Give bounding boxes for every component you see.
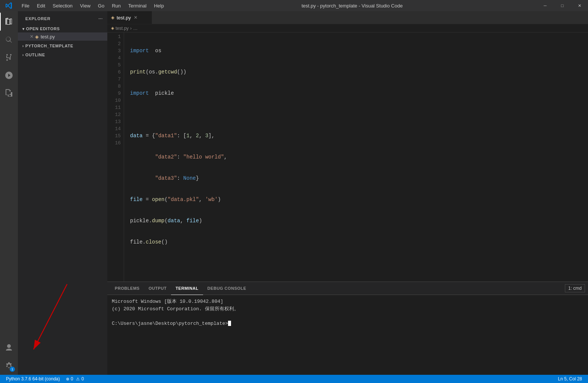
editor-area: ◈ test.py ✕ ◈ test.py › … 1 2 3 4 5 6 7 …: [107, 11, 588, 375]
panel-tabs: PROBLEMS OUTPUT TERMINAL DEBUG CONSOLE 1…: [107, 282, 588, 295]
status-bar: Python 3.7.6 64-bit (conda) ⊗ 0 ⚠ 0 Ln 5…: [0, 375, 588, 383]
status-python-version[interactable]: Python 3.7.6 64-bit (conda): [3, 375, 63, 383]
account-activity-icon[interactable]: [0, 339, 18, 357]
menu-help[interactable]: Help: [150, 0, 168, 11]
code-line-1: import os: [130, 47, 588, 54]
code-line-10: file.close(): [130, 239, 588, 246]
close-button[interactable]: ✕: [571, 0, 588, 11]
line-num-5: 5: [110, 62, 121, 69]
tab-file-icon: ◈: [111, 15, 114, 20]
maximize-button[interactable]: □: [554, 0, 571, 11]
breadcrumb-file-icon: ◈: [111, 26, 114, 31]
terminal-line-2: (c) 2020 Microsoft Corporation. 保留所有权利。: [112, 305, 584, 313]
warning-count: 0: [81, 376, 84, 382]
line-num-16: 16: [110, 139, 121, 147]
window-controls: ─ □ ✕: [537, 0, 588, 11]
status-position[interactable]: Ln 5, Col 28: [555, 375, 585, 383]
line-num-1: 1: [110, 33, 121, 40]
open-editors-chevron: ▾: [22, 27, 25, 31]
breadcrumb-sep: ›: [130, 26, 132, 31]
status-errors[interactable]: ⊗ 0 ⚠ 0: [63, 375, 87, 383]
menu-selection[interactable]: Selection: [49, 0, 76, 11]
sidebar-more-button[interactable]: ···: [98, 16, 103, 21]
python-version-label: Python 3.7.6 64-bit (conda): [6, 376, 60, 382]
line-num-4: 4: [110, 54, 121, 62]
error-icon: ⊗: [66, 377, 69, 382]
code-line-6: "data2": "hello world",: [130, 154, 588, 161]
line-num-14: 14: [110, 125, 121, 132]
source-control-activity-icon[interactable]: [0, 48, 18, 66]
file-icon: ◈: [35, 34, 39, 40]
sidebar-title: EXPLORER: [25, 16, 51, 21]
open-editors-label: OPEN EDITORS: [26, 26, 60, 31]
panel-area: PROBLEMS OUTPUT TERMINAL DEBUG CONSOLE 1…: [107, 282, 588, 375]
breadcrumb-more[interactable]: …: [133, 26, 137, 31]
outline-chevron: ›: [22, 53, 24, 57]
tab-bar: ◈ test.py ✕: [107, 11, 588, 24]
extensions-activity-icon[interactable]: [0, 84, 18, 102]
settings-badge: 1: [10, 367, 15, 372]
code-content[interactable]: import os print(os.getcwd()) import pick…: [124, 32, 588, 282]
panel-tab-terminal[interactable]: TERMINAL: [171, 282, 203, 295]
explorer-activity-icon[interactable]: [0, 13, 18, 31]
tab-filename: test.py: [117, 15, 131, 21]
line-num-11: 11: [110, 104, 121, 111]
warning-icon: ⚠: [76, 377, 80, 382]
line-num-9: 9: [110, 90, 121, 97]
terminal-line-1: Microsoft Windows [版本 10.0.19042.804]: [112, 298, 584, 305]
run-activity-icon[interactable]: [0, 66, 18, 84]
line-num-12: 12: [110, 111, 121, 118]
menu-view[interactable]: View: [76, 0, 94, 11]
tab-close-button[interactable]: ✕: [134, 15, 137, 20]
terminal-content[interactable]: Microsoft Windows [版本 10.0.19042.804] (c…: [107, 295, 588, 375]
line-num-7: 7: [110, 76, 121, 83]
tab-test-py[interactable]: ◈ test.py ✕: [107, 11, 152, 24]
terminal-label[interactable]: 1: cmd: [565, 284, 585, 292]
open-editors-header[interactable]: ▾ OPEN EDITORS: [18, 25, 107, 32]
panel-tab-debug-console[interactable]: DEBUG CONSOLE: [203, 282, 251, 295]
menu-go[interactable]: Go: [94, 0, 108, 11]
settings-activity-icon[interactable]: 1: [0, 357, 18, 375]
code-line-8: file = open("data.pkl", 'wb'): [130, 196, 588, 203]
line-num-6: 6: [110, 69, 121, 76]
line-num-3: 3: [110, 47, 121, 54]
pytorch-template-section: › PYTORCH_TEMPLATE: [18, 41, 107, 50]
titlebar: File Edit Selection View Go Run Terminal…: [0, 0, 588, 11]
code-line-4: [130, 111, 588, 118]
code-line-11: [130, 260, 588, 267]
pytorch-template-label: PYTORCH_TEMPLATE: [25, 44, 73, 48]
sidebar-header: EXPLORER ···: [18, 11, 107, 24]
main-area: 1 EXPLORER ··· ▾ OPEN EDITORS ✕ ◈ test.p…: [0, 11, 588, 375]
line-num-8: 8: [110, 83, 121, 90]
terminal-line-4: C:\Users\jasne\Desktop\pytorch_template>: [112, 320, 584, 327]
line-num-15: 15: [110, 132, 121, 139]
code-line-3: import pickle: [130, 90, 588, 97]
open-editors-section: ▾ OPEN EDITORS ✕ ◈ test.py: [18, 24, 107, 41]
panel-tab-problems[interactable]: PROBLEMS: [110, 282, 144, 295]
sidebar-file-test-py[interactable]: ✕ ◈ test.py: [18, 32, 107, 41]
position-label: Ln 5, Col 28: [558, 376, 582, 382]
close-file-icon[interactable]: ✕: [30, 34, 34, 39]
code-line-5: data = {"data1": [1, 2, 3],: [130, 132, 588, 139]
outline-label: OUTLINE: [25, 53, 45, 57]
outline-section: › OUTLINE: [18, 50, 107, 59]
vscode-logo: [0, 2, 18, 9]
line-num-13: 13: [110, 118, 121, 125]
panel-tab-output[interactable]: OUTPUT: [144, 282, 171, 295]
menu-run[interactable]: Run: [108, 0, 124, 11]
search-activity-icon[interactable]: [0, 31, 18, 48]
menu-file[interactable]: File: [18, 0, 33, 11]
pytorch-template-header[interactable]: › PYTORCH_TEMPLATE: [18, 42, 107, 50]
menu-terminal[interactable]: Terminal: [124, 0, 150, 11]
code-editor-container[interactable]: 1 2 3 4 5 6 7 8 9 10 11 12 13 14 15 16 i…: [107, 32, 588, 282]
minimize-button[interactable]: ─: [537, 0, 554, 11]
code-line-7: "data3": None}: [130, 175, 588, 182]
outline-header[interactable]: › OUTLINE: [18, 51, 107, 59]
code-line-2: print(os.getcwd()): [130, 69, 588, 76]
breadcrumb-file[interactable]: test.py: [116, 26, 129, 31]
breadcrumb: ◈ test.py › …: [107, 24, 588, 32]
error-count: 0: [71, 376, 73, 382]
menu-edit[interactable]: Edit: [33, 0, 49, 11]
sidebar-filename: test.py: [41, 34, 55, 40]
sidebar: EXPLORER ··· ▾ OPEN EDITORS ✕ ◈ test.py …: [18, 11, 107, 375]
